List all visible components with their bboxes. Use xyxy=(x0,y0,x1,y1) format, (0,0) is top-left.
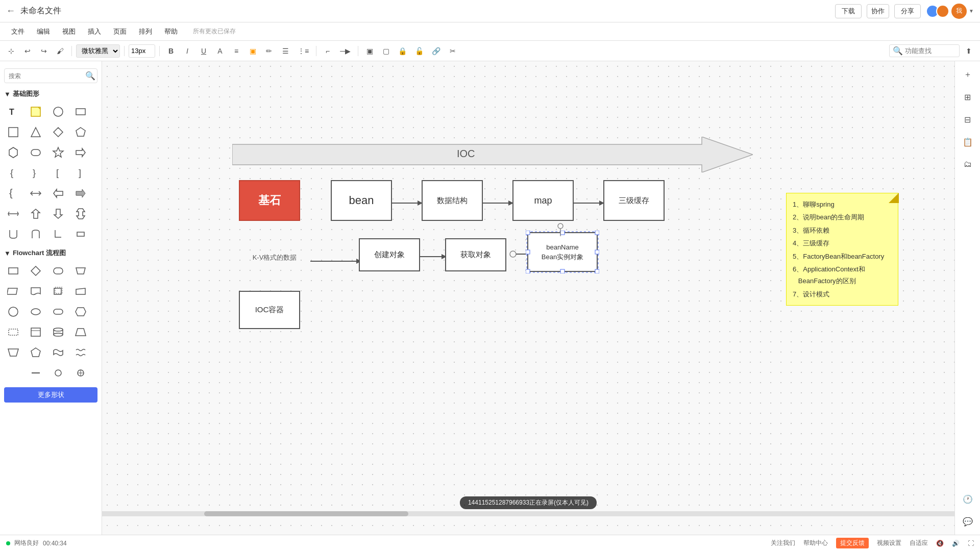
section-flowchart-header[interactable]: ▼ Flowchart 流程图 xyxy=(0,245,102,260)
video-settings-button[interactable]: 视频设置 xyxy=(877,539,901,547)
zoom-out-button[interactable]: ⊟ xyxy=(959,110,977,129)
font-color-button[interactable]: A xyxy=(213,44,227,58)
outline-button[interactable]: 🗂 xyxy=(959,155,977,173)
sticky-note[interactable]: 1、聊聊spring 2、说明bean的生命周期 3、循环依赖 4、三级缓存 5… xyxy=(786,193,898,306)
canvas-area[interactable]: IOC 基石 bean 数据结构 xyxy=(102,61,954,535)
menu-insert[interactable]: 插入 xyxy=(83,25,106,38)
shape-bracket-right[interactable]: ] xyxy=(71,164,90,182)
fc-data[interactable] xyxy=(4,282,22,300)
box-bean[interactable]: bean xyxy=(331,180,392,221)
collab-button[interactable]: 协作 xyxy=(867,4,889,18)
comment-button[interactable]: 💬 xyxy=(959,512,977,531)
menu-help[interactable]: 帮助 xyxy=(159,25,183,38)
fit-page-button[interactable]: ⊞ xyxy=(959,88,977,106)
shape-note[interactable] xyxy=(27,103,45,121)
shape-triangle[interactable] xyxy=(27,123,45,141)
shape-u[interactable] xyxy=(4,225,22,243)
fc-annotation[interactable] xyxy=(27,323,45,341)
fullscreen-button[interactable]: ⛶ xyxy=(968,540,974,547)
shape-arrow-both[interactable] xyxy=(27,184,45,203)
connector-button[interactable]: ⌐ xyxy=(321,44,335,58)
shape-circle[interactable] xyxy=(49,103,67,121)
shape-rounded-rect[interactable] xyxy=(27,143,45,162)
fc-rounded-rect[interactable] xyxy=(49,303,67,321)
shape-hexagon[interactable] xyxy=(4,143,22,162)
font-size-input[interactable] xyxy=(129,44,155,58)
box-iocrongqi[interactable]: IOC容器 xyxy=(239,291,300,329)
scrollbar-thumb[interactable] xyxy=(204,511,408,516)
align-button[interactable]: ≡ xyxy=(229,44,243,58)
select-tool-button[interactable]: ⊹ xyxy=(4,44,18,58)
toolbar-search-input[interactable] xyxy=(905,47,956,55)
fc-oval[interactable] xyxy=(27,303,45,321)
fc-manual-input[interactable] xyxy=(71,282,90,300)
more-shapes-button[interactable]: 更多形状 xyxy=(4,387,97,403)
fc-predefined-process[interactable] xyxy=(71,262,90,280)
zoom-in-button[interactable]: ＋ xyxy=(959,65,977,84)
shape-arrow-right-fill[interactable] xyxy=(71,184,90,203)
avatar-dropdown-arrow[interactable]: ▼ xyxy=(969,8,974,14)
box-map[interactable]: map xyxy=(512,180,574,221)
history-button[interactable]: 🕐 xyxy=(959,490,977,508)
shape-curly-brace-right[interactable]: } xyxy=(27,164,45,182)
mic-button[interactable]: 🔇 xyxy=(936,540,944,547)
box-huoqu[interactable]: 获取对象 xyxy=(445,238,506,271)
canvas[interactable]: IOC 基石 bean 数据结构 xyxy=(102,61,954,535)
shape-arrow-left[interactable] xyxy=(49,184,67,203)
fc-circle[interactable] xyxy=(4,303,22,321)
fc-decision[interactable] xyxy=(27,262,45,280)
horizontal-scrollbar[interactable] xyxy=(102,511,954,516)
fc-line2[interactable] xyxy=(49,364,67,382)
link-button[interactable]: 🔗 xyxy=(429,44,444,58)
to-back-button[interactable]: ▢ xyxy=(379,44,393,58)
fc-line3[interactable] xyxy=(71,364,90,382)
shape-diamond[interactable] xyxy=(49,123,67,141)
shape-up-arrow[interactable] xyxy=(27,205,45,223)
to-front-button[interactable]: ▣ xyxy=(362,44,377,58)
back-icon[interactable]: ← xyxy=(6,6,15,16)
fc-process-2[interactable] xyxy=(4,323,22,341)
shape-bracket-left[interactable]: [ xyxy=(49,164,67,182)
shape-arrow-right[interactable] xyxy=(71,143,90,162)
underline-button[interactable]: U xyxy=(197,44,211,58)
menu-view[interactable]: 视图 xyxy=(57,25,81,38)
shape-square[interactable] xyxy=(4,123,22,141)
shape-small-rect[interactable] xyxy=(71,225,90,243)
fc-wave[interactable] xyxy=(49,343,67,362)
fc-double-wave[interactable] xyxy=(71,343,90,362)
fc-blank[interactable] xyxy=(4,364,22,382)
fit-screen-button[interactable]: 自适应 xyxy=(910,539,928,547)
fc-line1[interactable] xyxy=(27,364,45,382)
fc-pentagon[interactable] xyxy=(27,343,45,362)
user-avatar[interactable]: 我 xyxy=(951,4,967,19)
fc-multi-document[interactable] xyxy=(49,282,67,300)
fc-process[interactable] xyxy=(4,262,22,280)
section-basic-header[interactable]: ▼ 基础图形 xyxy=(0,86,102,101)
fc-cylinder[interactable] xyxy=(49,323,67,341)
fc-trapezoid[interactable] xyxy=(71,323,90,341)
unlock-button[interactable]: 🔓 xyxy=(412,44,427,58)
collapse-button[interactable]: ⬆ xyxy=(962,44,976,58)
shape-down-arrow[interactable] xyxy=(49,205,67,223)
line-color-button[interactable]: ✏ xyxy=(262,44,276,58)
line-style-button[interactable]: ─▶ xyxy=(337,44,354,58)
shape-rectangle[interactable] xyxy=(71,103,90,121)
box-shuju[interactable]: 数据结构 xyxy=(422,180,483,221)
watch-us-button[interactable]: 关注我们 xyxy=(771,539,795,547)
box-sanjicun[interactable]: 三级缓存 xyxy=(603,180,665,221)
format-painter-button[interactable]: 🖌 xyxy=(53,44,67,58)
fill-color-button[interactable]: ▣ xyxy=(246,44,260,58)
text-align-button[interactable]: ☰ xyxy=(278,44,292,58)
shape-l[interactable] xyxy=(49,225,67,243)
undo-button[interactable]: ↩ xyxy=(20,44,35,58)
bold-button[interactable]: B xyxy=(164,44,178,58)
font-family-select[interactable]: 微软雅黑 xyxy=(76,44,120,58)
menu-file[interactable]: 文件 xyxy=(6,25,30,38)
shape-double-arrow[interactable] xyxy=(4,205,22,223)
feedback-button[interactable]: 提交反馈 xyxy=(836,538,869,548)
box-jishi[interactable]: 基石 xyxy=(239,180,300,221)
shape-big-curly-left[interactable]: { xyxy=(4,184,22,203)
lock-button[interactable]: 🔒 xyxy=(395,44,410,58)
help-center-button[interactable]: 帮助中心 xyxy=(803,539,828,547)
italic-button[interactable]: I xyxy=(180,44,194,58)
